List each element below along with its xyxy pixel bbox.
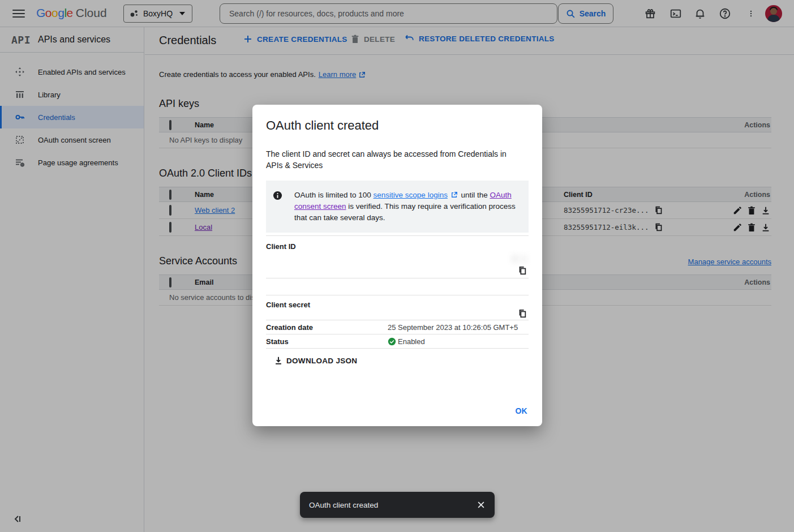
client-id-row: Client ID: [266, 235, 529, 278]
copy-icon[interactable]: [518, 266, 527, 275]
dialog-title: OAuth client created: [266, 118, 529, 133]
download-json-button[interactable]: DOWNLOAD JSON: [274, 356, 357, 365]
close-icon[interactable]: [477, 500, 486, 509]
client-secret-label: Client secret: [266, 301, 388, 320]
download-icon: [274, 356, 283, 365]
status-label: Status: [266, 337, 388, 346]
client-secret-row: Client secret: [266, 295, 529, 320]
creation-date-label: Creation date: [266, 323, 388, 332]
client-id-redacted: [512, 255, 527, 263]
notice-text: OAuth is limited to 100 sensitive scope …: [294, 190, 521, 224]
toast-notification: OAuth client created: [300, 492, 495, 518]
creation-date-row: Creation date 25 September 2023 at 10:26…: [266, 320, 529, 334]
ok-button[interactable]: OK: [515, 406, 527, 415]
status-enabled-icon: [388, 337, 396, 346]
copy-icon[interactable]: [518, 309, 527, 318]
creation-date-value: 25 September 2023 at 10:26:05 GMT+5: [388, 323, 529, 332]
sensitive-scope-logins-link[interactable]: sensitive scope logins: [374, 191, 448, 199]
oauth-limit-notice: OAuth is limited to 100 sensitive scope …: [266, 181, 529, 233]
info-icon: [273, 191, 282, 200]
toast-message: OAuth client created: [309, 501, 477, 509]
status-value: Enabled: [398, 337, 425, 346]
oauth-client-created-dialog: OAuth client created The client ID and s…: [252, 105, 542, 426]
client-id-label: Client ID: [266, 242, 388, 278]
status-row: Status Enabled: [266, 334, 529, 349]
external-link-icon: [451, 191, 458, 198]
dialog-description: The client ID and secret can always be a…: [266, 148, 521, 171]
